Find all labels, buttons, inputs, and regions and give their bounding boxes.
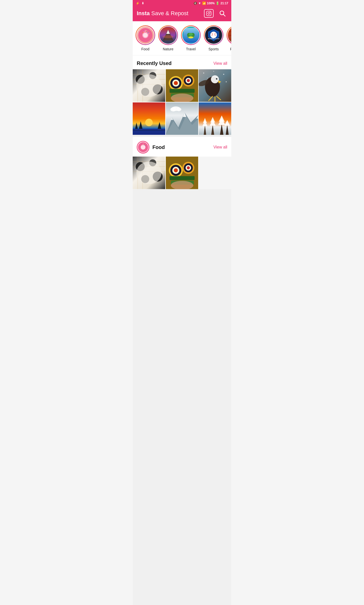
download-icon: ⬇ (142, 2, 144, 5)
food-view-all[interactable]: View all (213, 145, 227, 149)
category-nature-circle (158, 25, 178, 45)
eagle-image (199, 69, 231, 102)
search-button[interactable] (218, 9, 227, 18)
category-travel-image (182, 26, 200, 44)
grid-item-sunset[interactable] (133, 102, 165, 135)
category-sports-circle: BASEBALL PLAYS (204, 25, 223, 45)
page-container: ⚡ ⬇ 🔇 ▼ 📶 100% 🔋 21:17 Insta Save & Repo… (133, 0, 231, 605)
grid-item-icecream[interactable] (133, 69, 165, 102)
status-right-info: 🔇 ▼ 📶 100% 🔋 21:17 (193, 2, 228, 5)
app-header: Insta Save & Repost (133, 7, 231, 21)
svg-point-28 (210, 32, 217, 38)
svg-rect-92 (199, 102, 231, 135)
food-grid-sushi[interactable] (166, 157, 198, 189)
app-title: Insta Save & Repost (137, 10, 188, 17)
category-nature[interactable]: Nature (158, 25, 178, 51)
status-bar: ⚡ ⬇ 🔇 ▼ 📶 100% 🔋 21:17 (133, 0, 231, 7)
status-left-icons: ⚡ ⬇ (136, 2, 144, 5)
svg-point-63 (213, 71, 214, 72)
food-grid-icecream[interactable] (133, 157, 165, 189)
svg-rect-78 (133, 129, 165, 135)
svg-point-1 (208, 12, 210, 14)
svg-point-69 (211, 75, 219, 83)
recently-used-grid (133, 69, 231, 135)
icecream-image (133, 69, 165, 102)
svg-line-4 (223, 14, 225, 16)
svg-point-53 (174, 81, 178, 85)
fashion-icon (229, 28, 231, 42)
instagram-button[interactable] (204, 9, 214, 18)
svg-point-66 (226, 81, 227, 82)
svg-point-2 (210, 12, 211, 13)
food-section: Food View all (133, 137, 231, 189)
svg-point-64 (223, 74, 224, 75)
mute-icon: 🔇 (193, 2, 197, 5)
search-icon (219, 10, 226, 17)
svg-point-130 (187, 166, 190, 169)
svg-point-77 (145, 119, 153, 126)
svg-point-57 (187, 79, 190, 82)
time-display: 21:17 (220, 2, 228, 5)
recently-used-view-all[interactable]: View all (213, 61, 227, 66)
food-thumb-donut (138, 142, 148, 153)
app-title-bold: Insta (137, 10, 150, 16)
svg-rect-0 (207, 11, 211, 16)
grid-item-mountains[interactable] (166, 102, 198, 135)
svg-point-65 (207, 78, 208, 78)
food-icecream-image (133, 157, 165, 189)
wifi-icon: ▼ (198, 2, 201, 5)
category-travel[interactable]: Travel (181, 25, 201, 51)
food-grid-empty (199, 157, 231, 189)
battery-icon: 🔋 (216, 2, 219, 5)
category-nature-image (159, 26, 177, 44)
recently-used-title: Recently Used (137, 60, 172, 66)
categories-scroll: Food (133, 21, 231, 55)
snowtrees-image (199, 102, 231, 135)
category-sports-label: Sports (209, 47, 219, 51)
category-food-image (136, 26, 154, 44)
header-actions (204, 9, 227, 18)
donut-icon (138, 28, 153, 42)
category-fashion-image (227, 26, 231, 44)
battery-level: 100% (207, 2, 215, 5)
svg-point-24 (189, 33, 193, 36)
grid-item-snowtrees[interactable] (199, 102, 231, 135)
svg-point-71 (216, 78, 218, 80)
mountains-image (166, 102, 198, 135)
svg-point-19 (163, 35, 174, 38)
category-travel-label: Travel (186, 47, 196, 51)
usb-icon: ⚡ (136, 2, 140, 5)
category-food-label: Food (141, 47, 149, 51)
sunset-image (133, 102, 165, 135)
signal-icon: 📶 (202, 2, 206, 5)
svg-rect-58 (170, 89, 195, 93)
category-food-circle (135, 25, 155, 45)
island-icon (184, 28, 198, 42)
sushi-image (166, 69, 198, 102)
food-thumb-circle (137, 141, 149, 154)
food-sushi-image (166, 157, 198, 189)
grid-item-eagle[interactable] (199, 69, 231, 102)
svg-text:BASEBALL PLAYS: BASEBALL PLAYS (208, 38, 219, 39)
svg-point-121 (136, 162, 162, 184)
category-fashion[interactable]: Fashion (226, 25, 231, 51)
recently-used-header: Recently Used View all (133, 55, 231, 69)
mountain-icon (161, 28, 175, 42)
svg-point-14 (143, 33, 148, 37)
grid-item-sushi[interactable] (166, 69, 198, 102)
svg-point-126 (174, 168, 178, 172)
food-grid (133, 157, 231, 189)
category-sports[interactable]: BASEBALL PLAYS Sports (203, 25, 224, 51)
category-travel-circle (181, 25, 201, 45)
svg-point-48 (136, 74, 162, 97)
category-food[interactable]: Food (135, 25, 155, 51)
svg-point-25 (188, 36, 193, 38)
food-section-header: Food View all (133, 137, 231, 157)
instagram-icon (206, 11, 212, 16)
svg-point-91 (176, 107, 181, 111)
food-section-title: Food (152, 144, 165, 150)
svg-point-90 (170, 107, 176, 111)
category-nature-label: Nature (163, 47, 173, 51)
app-title-normal: Save & Repost (150, 10, 188, 16)
svg-point-72 (217, 78, 217, 79)
